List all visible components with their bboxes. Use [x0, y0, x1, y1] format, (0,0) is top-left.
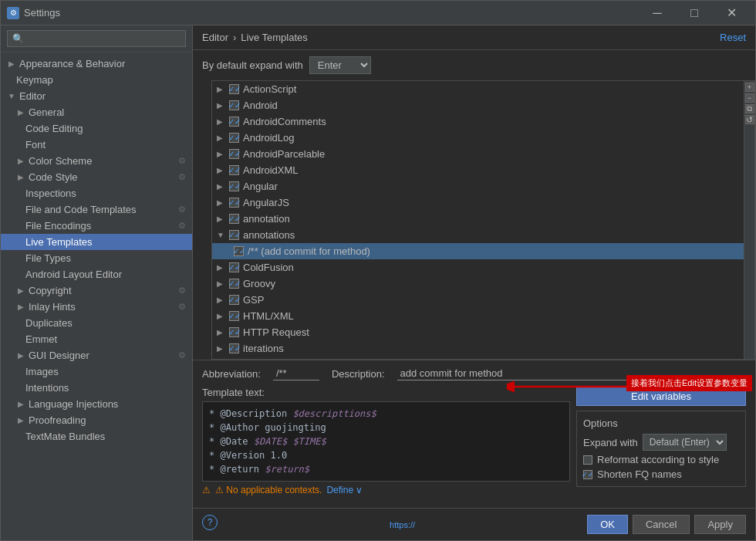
reset-template-button[interactable]: ↺ — [745, 115, 754, 124]
sidebar-item-code-editing[interactable]: Code Editing — [1, 120, 192, 137]
sidebar-item-color-scheme[interactable]: ▶ Color Scheme ⚙ — [1, 153, 192, 169]
define-link[interactable]: Define ∨ — [326, 485, 363, 495]
item-checkbox[interactable]: ✓ — [234, 246, 244, 256]
group-label: Android — [243, 100, 278, 111]
group-checkbox[interactable]: ✓ — [229, 343, 239, 353]
sidebar-item-label: Language Injections — [29, 398, 118, 410]
arrow-icon: ▶ — [16, 286, 25, 296]
group-checkbox[interactable]: ✓ — [229, 262, 239, 272]
group-checkbox[interactable]: ✓ — [229, 198, 239, 208]
template-group-androidlog[interactable]: ▶ ✓ AndroidLog — [212, 130, 744, 146]
sidebar-item-label: Copyright — [29, 285, 72, 296]
sidebar-item-appearance[interactable]: ▶ Appearance & Behavior — [1, 56, 192, 72]
template-group-angular[interactable]: ▶ ✓ Angular — [212, 178, 744, 194]
cancel-button[interactable]: Cancel — [633, 515, 690, 534]
sidebar-item-label: Editor — [19, 90, 46, 102]
sidebar-item-duplicates[interactable]: Duplicates — [1, 315, 192, 331]
sidebar-item-code-style[interactable]: ▶ Code Style ⚙ — [1, 169, 192, 185]
sidebar-item-android-layout-editor[interactable]: Android Layout Editor — [1, 266, 192, 282]
reset-button[interactable]: Reset — [720, 32, 746, 43]
template-group-angularjs[interactable]: ▶ ✓ AngularJS — [212, 194, 744, 211]
template-group-iterations[interactable]: ▶ ✓ iterations — [212, 340, 744, 357]
sidebar-item-inspections[interactable]: Inspections — [1, 185, 192, 201]
group-label: AndroidLog — [243, 132, 295, 144]
sidebar-item-keymap[interactable]: Keymap — [1, 72, 192, 88]
group-label: AngularJS — [243, 197, 289, 208]
template-item-commit-method[interactable]: ✓ /** (add commit for method) — [212, 243, 744, 259]
remove-template-button[interactable]: − — [745, 93, 754, 103]
shorten-label: Shorten FQ names — [597, 468, 682, 480]
sidebar-item-gui-designer[interactable]: ▶ GUI Designer ⚙ — [1, 347, 192, 363]
ok-button[interactable]: OK — [587, 515, 628, 534]
group-checkbox[interactable]: ✓ — [229, 181, 239, 191]
group-checkbox[interactable]: ✓ — [229, 327, 239, 337]
template-group-annotations[interactable]: ▼ ✓ annotations — [212, 227, 744, 243]
sidebar-item-font[interactable]: Font — [1, 137, 192, 153]
reformat-label: Reformat according to style — [597, 454, 719, 465]
sidebar-item-textmate-bundles[interactable]: TextMate Bundles — [1, 428, 192, 445]
sidebar-item-label: General — [29, 107, 64, 118]
sidebar-item-label: Live Templates — [25, 236, 92, 248]
breadcrumb-live-templates: Live Templates — [241, 32, 307, 43]
apply-button[interactable]: Apply — [694, 515, 746, 534]
sidebar-item-inlay-hints[interactable]: ▶ Inlay Hints ⚙ — [1, 299, 192, 315]
template-group-gsp[interactable]: ▶ ✓ GSP — [212, 292, 744, 308]
template-group-groovy[interactable]: ▶ ✓ Groovy — [212, 276, 744, 292]
template-group-android[interactable]: ▶ ✓ Android — [212, 97, 744, 113]
group-checkbox[interactable]: ✓ — [229, 311, 239, 321]
sidebar-item-images[interactable]: Images — [1, 363, 192, 380]
sidebar-item-file-encodings[interactable]: File Encodings ⚙ — [1, 218, 192, 234]
sidebar-item-emmet[interactable]: Emmet — [1, 331, 192, 347]
maximize-button[interactable]: □ — [677, 1, 712, 25]
expand-label: By default expand with — [202, 59, 303, 71]
template-group-androidxml[interactable]: ▶ ✓ AndroidXML — [212, 162, 744, 178]
edit-variables-button[interactable]: Edit variables — [576, 387, 746, 406]
group-checkbox[interactable]: ✓ — [229, 117, 239, 127]
warning-icon: ⚠ — [202, 485, 211, 495]
settings-icon: ⚙ — [178, 156, 186, 166]
group-checkbox[interactable]: ✓ — [229, 230, 239, 240]
copy-template-button[interactable]: ⧉ — [745, 104, 754, 113]
group-checkbox[interactable]: ✓ — [229, 133, 239, 143]
group-checkbox[interactable]: ✓ — [229, 100, 239, 110]
template-group-androidcomments[interactable]: ▶ ✓ AndroidComments — [212, 113, 744, 130]
shorten-checkbox[interactable]: ✓ — [583, 470, 592, 479]
group-checkbox[interactable]: ✓ — [229, 165, 239, 175]
template-group-annotation[interactable]: ▶ ✓ annotation — [212, 211, 744, 227]
group-checkbox[interactable]: ✓ — [229, 149, 239, 159]
group-checkbox[interactable]: ✓ — [229, 295, 239, 305]
sidebar-item-file-code-templates[interactable]: File and Code Templates ⚙ — [1, 201, 192, 218]
sidebar-item-intentions[interactable]: Intentions — [1, 380, 192, 396]
breadcrumb-editor: Editor — [202, 32, 228, 43]
reformat-checkbox[interactable] — [583, 455, 592, 465]
group-arrow-icon: ▶ — [217, 182, 226, 191]
template-group-htmlxml[interactable]: ▶ ✓ HTML/XML — [212, 308, 744, 324]
template-group-actionscript[interactable]: ▶ ✓ ActionScript — [212, 81, 744, 97]
close-button[interactable]: ✕ — [714, 1, 749, 25]
sidebar-item-live-templates[interactable]: Live Templates — [1, 234, 192, 250]
minimize-button[interactable]: ─ — [640, 1, 675, 25]
template-text-row: Template text: * @Description $descriptt… — [202, 387, 746, 495]
item-label: /** (add commit for method) — [248, 245, 370, 257]
sidebar-item-copyright[interactable]: ▶ Copyright ⚙ — [1, 282, 192, 299]
template-group-androidparcelable[interactable]: ▶ ✓ AndroidParcelable — [212, 146, 744, 162]
add-template-button[interactable]: + — [745, 83, 754, 92]
sidebar-item-proofreading[interactable]: ▶ Proofreading — [1, 412, 192, 428]
sidebar-item-editor[interactable]: ▼ Editor — [1, 88, 192, 104]
sidebar-item-general[interactable]: ▶ General — [1, 104, 192, 120]
group-checkbox[interactable]: ✓ — [229, 279, 239, 289]
template-group-http-request[interactable]: ▶ ✓ HTTP Request — [212, 324, 744, 340]
group-label: AndroidParcelable — [243, 148, 325, 160]
group-arrow-icon: ▶ — [217, 101, 226, 110]
sidebar-item-language-injections[interactable]: ▶ Language Injections — [1, 396, 192, 412]
expand-with-dropdown[interactable]: Default (Enter) — [643, 434, 727, 451]
group-checkbox[interactable]: ✓ — [229, 84, 239, 94]
help-button[interactable]: ? — [202, 515, 218, 530]
sidebar-item-file-types[interactable]: File Types — [1, 250, 192, 266]
templates-list: ▶ ✓ ActionScript ▶ ✓ Android ▶ ✓ Andro — [211, 80, 744, 360]
group-checkbox[interactable]: ✓ — [229, 214, 239, 224]
expand-dropdown[interactable]: Enter — [309, 56, 371, 74]
template-group-coldfusion[interactable]: ▶ ✓ ColdFusion — [212, 259, 744, 276]
search-input[interactable] — [7, 30, 186, 47]
settings-icon: ⚙ — [178, 205, 186, 215]
